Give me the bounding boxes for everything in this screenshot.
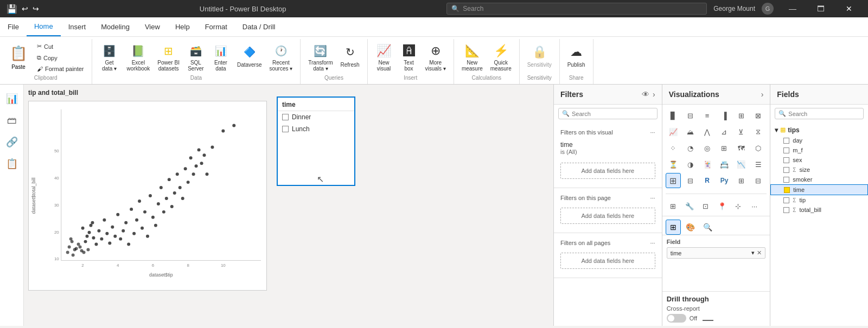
viz-table[interactable]: ⊞ bbox=[666, 173, 681, 188]
sql-server-button[interactable]: 🗃️ SQLServer bbox=[184, 41, 208, 74]
viz-ribbon[interactable]: ⊻ bbox=[733, 124, 749, 139]
viz-ellipsis[interactable]: ··· bbox=[747, 198, 762, 214]
viz-stacked-col[interactable]: ⊞ bbox=[733, 108, 749, 123]
viz-matrix[interactable]: ⊟ bbox=[682, 173, 698, 188]
fields-checkbox-tip[interactable] bbox=[783, 197, 789, 203]
excel-workbook-button[interactable]: 📗 Excelworkbook bbox=[124, 41, 154, 74]
viz-kpi[interactable]: 📉 bbox=[733, 157, 749, 172]
fields-item-sex[interactable]: sex bbox=[770, 155, 868, 165]
enter-data-button[interactable]: 📊 Enterdata bbox=[209, 41, 233, 74]
add-data-page-button[interactable]: Add data fields here bbox=[560, 208, 655, 224]
viz-bar-chart[interactable]: ▊ bbox=[666, 108, 681, 123]
viz-extra-2[interactable]: 🔧 bbox=[682, 198, 697, 214]
viz-card[interactable]: 🃏 bbox=[700, 157, 715, 172]
format-painter-button[interactable]: 🖌 Format painter bbox=[34, 64, 87, 74]
new-measure-button[interactable]: 📐 Newmeasure bbox=[458, 41, 486, 74]
new-visual-button[interactable]: 📈 Newvisual bbox=[372, 41, 396, 74]
fields-item-day[interactable]: day bbox=[770, 136, 868, 145]
viz-scatter[interactable]: ⁘ bbox=[666, 140, 681, 156]
sidebar-dag-icon[interactable]: 📋 bbox=[2, 154, 22, 173]
field-clear-icon[interactable]: ✕ bbox=[757, 249, 762, 256]
slicer-item-lunch[interactable]: Lunch bbox=[278, 123, 354, 135]
undo-icon[interactable]: ↩ bbox=[22, 4, 28, 13]
sidebar-report-icon[interactable]: 📊 bbox=[2, 89, 22, 108]
viz-treemap[interactable]: ⊞ bbox=[717, 140, 732, 156]
viz-r-script[interactable]: R bbox=[700, 173, 715, 188]
viz-map[interactable]: 🗺 bbox=[733, 140, 749, 156]
viz-extra-3[interactable]: ⊡ bbox=[698, 198, 713, 214]
viz-100-col[interactable]: ⊠ bbox=[751, 108, 766, 123]
sensitivity-button[interactable]: 🔒 Sensitivity bbox=[524, 41, 555, 74]
viz-stacked-bar[interactable]: ⊟ bbox=[682, 108, 698, 123]
dataverse-button[interactable]: 🔷 Dataverse bbox=[234, 41, 265, 74]
text-box-button[interactable]: 🅰 Textbox bbox=[397, 41, 421, 74]
viz-area-chart[interactable]: ⛰ bbox=[682, 124, 698, 139]
fields-item-tip[interactable]: Σ tip bbox=[770, 195, 868, 205]
menu-file[interactable]: File bbox=[0, 17, 27, 36]
filter-arrow-icon[interactable]: › bbox=[653, 90, 655, 99]
fields-search[interactable]: 🔍 bbox=[775, 108, 864, 119]
menu-insert[interactable]: Insert bbox=[61, 17, 94, 36]
viz-funnel[interactable]: ⏳ bbox=[666, 157, 681, 172]
maximize-button[interactable]: 🗖 bbox=[808, 0, 833, 17]
viz-clustered-col[interactable]: ▐ bbox=[717, 108, 732, 123]
refresh-button[interactable]: ↻ Refresh bbox=[337, 41, 363, 74]
viz-waterfall[interactable]: ⧖ bbox=[751, 124, 766, 139]
publish-button[interactable]: ☁ Publish bbox=[564, 41, 589, 74]
viz-donut[interactable]: ◎ bbox=[700, 140, 715, 156]
fields-item-smoker[interactable]: smoker bbox=[770, 175, 868, 184]
fields-checkbox-size[interactable] bbox=[783, 167, 789, 173]
redo-icon[interactable]: ↪ bbox=[33, 4, 39, 13]
viz-filled-map[interactable]: ⬡ bbox=[751, 140, 766, 156]
filter-eye-icon[interactable]: 👁 bbox=[642, 90, 649, 99]
viz-gauge[interactable]: ◑ bbox=[682, 157, 698, 172]
viz-line-col[interactable]: ⊿ bbox=[717, 124, 732, 139]
viz-extra-1[interactable]: ⊞ bbox=[666, 198, 681, 214]
viz-multi-row-card[interactable]: 📇 bbox=[717, 157, 732, 172]
cut-button[interactable]: ✂ Cut bbox=[34, 41, 87, 52]
filters-search[interactable]: 🔍 bbox=[558, 108, 658, 119]
fields-checkbox-sex[interactable] bbox=[783, 157, 789, 163]
save-icon[interactable]: 💾 bbox=[7, 4, 17, 14]
viz-slicer[interactable]: ☰ bbox=[751, 157, 766, 172]
get-data-button[interactable]: 🗄️ Getdata ▾ bbox=[97, 41, 123, 74]
fields-item-mf[interactable]: m_f bbox=[770, 145, 868, 155]
transform-data-button[interactable]: 🔄 Transformdata ▾ bbox=[305, 41, 336, 74]
filters-all-pages-more[interactable]: ··· bbox=[650, 240, 655, 246]
scatter-plot[interactable]: dataset$total_bill 10 20 30 40 50 datase… bbox=[28, 101, 267, 291]
menu-data-drill[interactable]: Data / Drill bbox=[235, 17, 283, 36]
menu-modeling[interactable]: Modeling bbox=[93, 17, 137, 36]
fields-checkbox-time[interactable] bbox=[784, 187, 790, 193]
viz-100-bar[interactable]: ≡ bbox=[700, 108, 715, 123]
cross-report-toggle[interactable] bbox=[667, 314, 686, 323]
fields-checkbox-day[interactable] bbox=[783, 138, 789, 144]
sidebar-data-icon[interactable]: 🗃 bbox=[2, 111, 22, 130]
viz-python[interactable]: Py bbox=[717, 173, 732, 188]
fields-item-total-bill[interactable]: Σ total_bill bbox=[770, 205, 868, 215]
viz-line-chart[interactable]: 📈 bbox=[666, 124, 681, 139]
field-input[interactable]: time ▾ ✕ bbox=[667, 247, 766, 259]
paste-button[interactable]: 📋 Paste bbox=[4, 41, 33, 72]
viz-decomposition[interactable]: ⊟ bbox=[751, 173, 766, 188]
fields-checkbox-mf[interactable] bbox=[783, 147, 789, 153]
copy-button[interactable]: ⧉ Copy bbox=[34, 53, 87, 63]
filter-time-item[interactable]: time is (All) bbox=[554, 138, 662, 158]
field-chevron-icon[interactable]: ▾ bbox=[751, 249, 755, 256]
viz-pie[interactable]: ◔ bbox=[682, 140, 698, 156]
viz-smart-narrative[interactable]: ⊞ bbox=[733, 173, 749, 188]
fields-item-size[interactable]: Σ size bbox=[770, 165, 868, 175]
close-button[interactable]: ✕ bbox=[837, 0, 861, 17]
viz-expand-icon[interactable]: › bbox=[761, 90, 764, 99]
fields-search-input[interactable] bbox=[788, 111, 860, 117]
slicer-visual[interactable]: time Dinner Lunch bbox=[277, 97, 355, 186]
fields-checkbox-total-bill[interactable] bbox=[783, 207, 789, 213]
viz-build-tab[interactable]: ⊞ bbox=[666, 220, 681, 235]
filters-visual-more[interactable]: ··· bbox=[650, 129, 655, 136]
menu-format[interactable]: Format bbox=[197, 17, 235, 36]
minimize-button[interactable]: — bbox=[780, 0, 805, 17]
slicer-item-dinner[interactable]: Dinner bbox=[278, 111, 354, 123]
add-data-visual-button[interactable]: Add data fields here bbox=[560, 163, 655, 179]
viz-stacked-area[interactable]: ⋀ bbox=[700, 124, 715, 139]
title-search-bar[interactable]: 🔍 Search bbox=[446, 3, 707, 15]
more-visuals-button[interactable]: ⊕ Morevisuals ▾ bbox=[422, 41, 449, 74]
